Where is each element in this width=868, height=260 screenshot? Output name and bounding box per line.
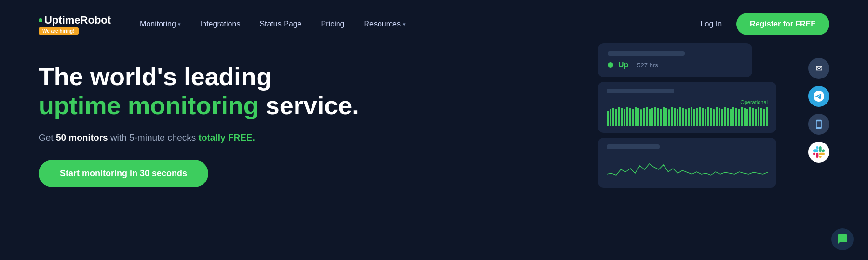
chevron-down-icon-2: ▾ xyxy=(403,21,406,27)
dashboard-preview: Up 527 hrs Operational ✉ xyxy=(598,43,829,188)
monitor-bar xyxy=(608,51,685,56)
hero-white-text: service. xyxy=(258,91,359,119)
notification-icons: ✉ xyxy=(808,43,829,163)
operational-label: Operational xyxy=(607,99,768,105)
nav-resources[interactable]: Resources ▾ xyxy=(364,20,405,28)
status-hrs-label: 527 hrs xyxy=(637,62,658,69)
logo[interactable]: UptimeRobot xyxy=(39,14,111,26)
logo-dot xyxy=(39,18,42,22)
status-row: Up 527 hrs xyxy=(608,61,743,69)
nav-right: Log In Register for FREE xyxy=(701,13,829,35)
bar-chart xyxy=(607,107,768,126)
bar-chart-card: Operational xyxy=(598,82,776,133)
email-notification-icon: ✉ xyxy=(808,58,829,79)
line-chart-svg xyxy=(607,155,768,179)
nav-status-page[interactable]: Status Page xyxy=(259,20,301,28)
telegram-notification-icon xyxy=(808,86,829,107)
status-up-label: Up xyxy=(618,61,628,69)
hero-subtitle: Get 50 monitors with 5-minute checks tot… xyxy=(39,131,598,145)
navigation: UptimeRobot We are hiring! Monitoring ▾ … xyxy=(0,0,868,48)
cta-button[interactable]: Start monitoring in 30 seconds xyxy=(39,160,208,187)
graph-label-bar xyxy=(607,89,674,93)
logo-area: UptimeRobot We are hiring! xyxy=(39,14,111,35)
slack-notification-icon xyxy=(808,142,829,163)
register-button[interactable]: Register for FREE xyxy=(736,13,829,35)
logo-text: UptimeRobot xyxy=(44,14,111,26)
hero-text: The world's leading uptime monitoring se… xyxy=(39,58,598,187)
nav-links: Monitoring ▾ Integrations Status Page Pr… xyxy=(140,20,701,28)
nav-monitoring[interactable]: Monitoring ▾ xyxy=(140,20,181,28)
nav-integrations[interactable]: Integrations xyxy=(200,20,241,28)
status-dot xyxy=(608,62,613,68)
hero-section: The world's leading uptime monitoring se… xyxy=(0,48,868,188)
mobile-notification-icon xyxy=(808,114,829,135)
line-chart-label xyxy=(607,144,660,149)
chevron-down-icon: ▾ xyxy=(178,21,181,27)
nav-pricing[interactable]: Pricing xyxy=(321,20,345,28)
hero-title-line2: uptime monitoring service. xyxy=(39,91,598,120)
hero-title-line1: The world's leading xyxy=(39,63,598,91)
monitor-card: Up 527 hrs xyxy=(598,43,752,77)
hero-green-text: uptime monitoring xyxy=(39,91,258,119)
chat-button[interactable] xyxy=(831,228,854,250)
login-button[interactable]: Log In xyxy=(701,20,722,28)
hiring-badge[interactable]: We are hiring! xyxy=(39,27,79,35)
line-chart-card xyxy=(598,138,776,188)
